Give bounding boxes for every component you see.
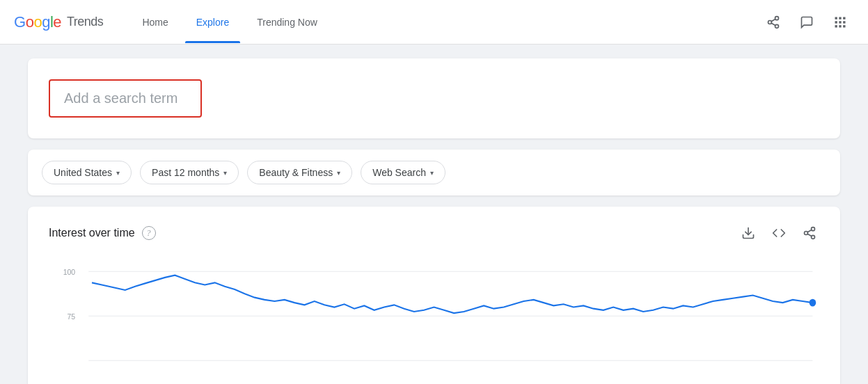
category-filter-label: Beauty & Fitness (259, 167, 333, 178)
svg-rect-7 (843, 17, 845, 19)
trend-endpoint-dot (810, 299, 816, 307)
time-filter[interactable]: Past 12 months ▾ (140, 161, 239, 184)
header: Google Trends Home Explore Trending Now (0, 0, 868, 45)
search-placeholder: Add a search term (64, 90, 177, 106)
share-button[interactable] (759, 8, 787, 36)
search-input-wrapper[interactable]: Add a search term (49, 79, 202, 118)
time-filter-label: Past 12 months (152, 167, 219, 178)
download-icon (741, 226, 755, 240)
embed-icon (772, 226, 786, 240)
category-chevron-icon: ▾ (337, 169, 340, 177)
chart-share-icon (803, 226, 816, 240)
region-filter-label: United States (54, 167, 112, 178)
svg-line-18 (807, 234, 812, 236)
google-g: G (14, 13, 26, 31)
svg-line-19 (807, 230, 812, 232)
chart-svg: 100 75 (49, 257, 819, 368)
embed-button[interactable] (769, 223, 789, 243)
svg-rect-6 (839, 17, 841, 19)
trends-label: Trends (67, 15, 103, 29)
svg-rect-9 (839, 21, 841, 23)
svg-rect-11 (835, 25, 837, 27)
header-icons (759, 8, 854, 36)
chart-header: Interest over time ? (49, 223, 819, 243)
chart-share-button[interactable] (800, 223, 819, 243)
y-label-75: 75 (68, 312, 76, 321)
search-type-filter-label: Web Search (372, 167, 426, 178)
svg-rect-5 (835, 17, 837, 19)
nav-explore[interactable]: Explore (185, 11, 240, 33)
svg-rect-10 (843, 21, 845, 23)
google-o2: o (33, 13, 42, 31)
svg-line-3 (771, 23, 775, 25)
apps-icon (833, 15, 847, 29)
svg-rect-12 (839, 25, 841, 27)
nav: Home Explore Trending Now (131, 11, 759, 33)
share-icon (766, 15, 780, 29)
time-chevron-icon: ▾ (223, 169, 227, 177)
trend-line (92, 275, 812, 313)
region-filter[interactable]: United States ▾ (42, 161, 132, 184)
search-type-filter[interactable]: Web Search ▾ (361, 161, 445, 184)
svg-rect-8 (835, 21, 837, 23)
nav-home[interactable]: Home (131, 11, 179, 33)
chart-title-area: Interest over time ? (49, 226, 156, 240)
svg-rect-13 (843, 25, 845, 27)
download-button[interactable] (739, 223, 758, 243)
help-icon[interactable]: ? (142, 226, 156, 240)
region-chevron-icon: ▾ (116, 169, 120, 177)
google-g2: g (42, 13, 50, 31)
logo-area: Google Trends (14, 13, 103, 31)
search-type-chevron-icon: ▾ (430, 169, 434, 177)
google-logo: Google Trends (14, 13, 103, 31)
apps-button[interactable] (826, 8, 854, 36)
google-o1: o (26, 13, 34, 31)
google-e: e (53, 13, 61, 31)
feedback-button[interactable] (793, 8, 821, 36)
chart-actions (739, 223, 819, 243)
main-content: Add a search term United States ▾ Past 1… (0, 45, 868, 384)
chart-section: Interest over time ? (28, 207, 840, 384)
nav-trending-now[interactable]: Trending Now (246, 11, 329, 33)
svg-line-4 (771, 19, 775, 21)
search-box-container: Add a search term (28, 58, 840, 138)
chart-title: Interest over time (49, 227, 135, 239)
category-filter[interactable]: Beauty & Fitness ▾ (247, 161, 352, 184)
filters-bar: United States ▾ Past 12 months ▾ Beauty … (28, 150, 840, 195)
chart-wrapper: 100 75 (49, 257, 819, 368)
y-label-100: 100 (63, 267, 76, 276)
feedback-icon (800, 15, 814, 29)
